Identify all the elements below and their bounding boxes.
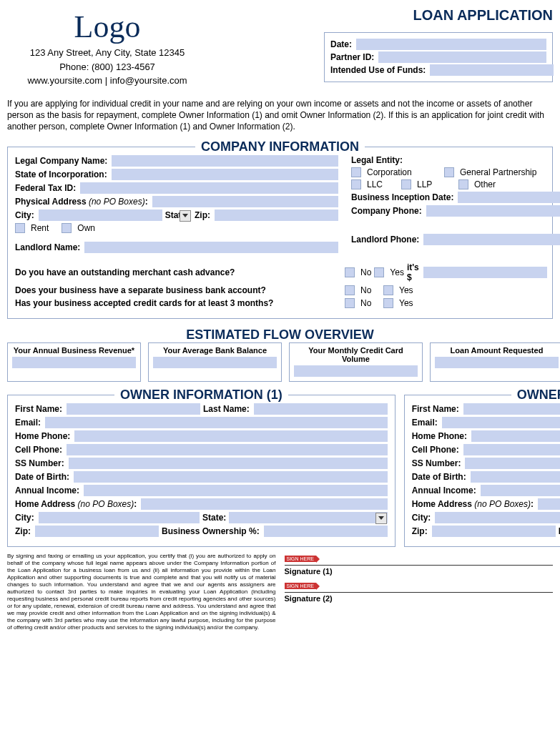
owner2-title: OWNER INFORMATION (2): [511, 388, 560, 402]
signature-line-2[interactable]: [285, 591, 554, 593]
company-phone-label: Company Phone:: [351, 206, 422, 216]
llp-label: LLP: [417, 179, 446, 189]
o2-dob-input[interactable]: [471, 471, 560, 483]
zip-label: Zip:: [195, 210, 210, 220]
o1-state-label: State:: [202, 513, 226, 523]
q3-yes-checkbox[interactable]: [383, 298, 393, 308]
landlord-phone-input[interactable]: [423, 234, 560, 245]
llp-checkbox[interactable]: [401, 179, 411, 189]
city-input[interactable]: [39, 209, 162, 221]
o1-dob-input[interactable]: [74, 471, 388, 483]
landlord-phone-label: Landlord Phone:: [351, 235, 419, 245]
signature-line-1[interactable]: [285, 564, 554, 566]
other-checkbox[interactable]: [458, 179, 468, 189]
state-inc-label: State of Incorporation:: [15, 169, 107, 179]
o1-zip-input[interactable]: [35, 526, 159, 537]
o1-income-input[interactable]: [84, 485, 388, 496]
partner-input[interactable]: [378, 51, 546, 63]
rent-checkbox[interactable]: [15, 223, 25, 233]
o1-dob-label: Date of Birth:: [15, 472, 69, 482]
signature-area: SIGN HERE Signature (1) SIGN HERE Signat…: [285, 553, 554, 631]
o1-first-input[interactable]: [67, 403, 200, 415]
o1-last-label: Last Name:: [203, 404, 250, 414]
legal-name-input[interactable]: [112, 155, 338, 167]
other-label: Other: [474, 179, 496, 189]
owner2-section: OWNER INFORMATION (2) First Name: Last N…: [404, 388, 560, 547]
landlord-name-input[interactable]: [84, 242, 338, 253]
o1-addr-input[interactable]: [141, 498, 387, 510]
its-input[interactable]: [423, 267, 547, 278]
revenue-label: Your Annual Business Revenue*: [12, 346, 136, 355]
loan-input[interactable]: [435, 357, 559, 368]
llc-checkbox[interactable]: [351, 179, 361, 189]
own-checkbox[interactable]: [62, 223, 72, 233]
o2-city-label: City:: [412, 513, 431, 523]
o1-last-input[interactable]: [254, 403, 388, 415]
meta-box: Date: Partner ID: Intended Use of Funds:: [324, 32, 553, 82]
o1-city-input[interactable]: [39, 512, 200, 523]
o2-city-input[interactable]: [435, 512, 560, 523]
o2-ssn-label: SS Number:: [412, 458, 461, 468]
o2-addr-input[interactable]: [538, 498, 560, 510]
partner-label: Partner ID:: [330, 52, 374, 62]
funds-input[interactable]: [430, 64, 554, 76]
q1-no-checkbox[interactable]: [345, 267, 355, 277]
o2-email-input[interactable]: [442, 417, 560, 428]
signature1-label: Signature (1): [285, 567, 554, 576]
corp-checkbox[interactable]: [351, 167, 361, 177]
inception-input[interactable]: [458, 192, 560, 203]
o2-income-input[interactable]: [481, 485, 560, 496]
o1-own-input[interactable]: [264, 526, 388, 537]
page-title: LOAN APPLICATION: [324, 7, 553, 24]
cc-label: Your Monthly Credit Card Volume: [294, 346, 418, 363]
o2-first-label: First Name:: [412, 404, 459, 414]
inception-label: Business Inception Date:: [351, 192, 453, 202]
o2-first-input[interactable]: [463, 403, 560, 415]
its-label: it's $: [407, 262, 419, 282]
o2-zip-label: Zip:: [412, 526, 428, 536]
o2-cphone-input[interactable]: [463, 444, 560, 455]
funds-label: Intended Use of Funds:: [330, 65, 426, 75]
company-phone-input[interactable]: [426, 205, 560, 217]
date-input[interactable]: [356, 39, 546, 50]
o1-cphone-label: Cell Phone:: [15, 445, 62, 455]
o2-hphone-input[interactable]: [471, 430, 560, 442]
o1-city-label: City:: [15, 513, 34, 523]
phys-addr-input[interactable]: [152, 196, 338, 207]
bank-input[interactable]: [153, 357, 277, 368]
corp-label: Corporation: [367, 167, 431, 177]
o2-email-label: Email:: [412, 418, 438, 428]
fedtax-input[interactable]: [80, 182, 338, 194]
instructions-text: If you are applying for individual credi…: [7, 98, 553, 133]
o1-email-input[interactable]: [45, 417, 388, 428]
fine-print-text: By signing and faxing or emailing us you…: [7, 553, 276, 631]
o1-email-label: Email:: [15, 418, 41, 428]
o2-ssn-input[interactable]: [465, 458, 560, 469]
zip-input[interactable]: [215, 209, 338, 221]
o1-first-label: First Name:: [15, 404, 62, 414]
signature2-label: Signature (2): [285, 594, 554, 603]
legal-entity-label: Legal Entity:: [351, 155, 403, 165]
o1-state-select[interactable]: [229, 512, 387, 523]
o1-hphone-input[interactable]: [74, 430, 387, 442]
landlord-name-label: Landlord Name:: [15, 242, 80, 252]
o1-ssn-label: SS Number:: [15, 458, 64, 468]
o2-hphone-label: Home Phone:: [412, 431, 467, 441]
q3-no-checkbox[interactable]: [345, 298, 355, 308]
o2-zip-input[interactable]: [432, 526, 556, 537]
gp-checkbox[interactable]: [444, 167, 454, 177]
q1-yes-checkbox[interactable]: [374, 267, 384, 277]
o1-ssn-input[interactable]: [69, 458, 388, 469]
cc-input[interactable]: [294, 365, 418, 377]
revenue-input[interactable]: [12, 357, 136, 368]
q2-yes-checkbox[interactable]: [383, 285, 393, 295]
q2-no-checkbox[interactable]: [345, 285, 355, 295]
phys-addr-label: Physical Address (no PO Boxes):: [15, 197, 148, 207]
o1-cphone-input[interactable]: [67, 444, 388, 455]
company-section-title: COMPANY INFORMATION: [195, 139, 365, 154]
state-inc-input[interactable]: [112, 169, 338, 180]
fedtax-label: Federal Tax ID:: [15, 183, 76, 193]
o2-addr-label: Home Address (no PO Boxes):: [412, 499, 534, 509]
sign-here-tag-2: SIGN HERE: [285, 583, 317, 589]
flow-section-title: ESTIMATED FLOW OVERVIEW: [180, 327, 379, 342]
